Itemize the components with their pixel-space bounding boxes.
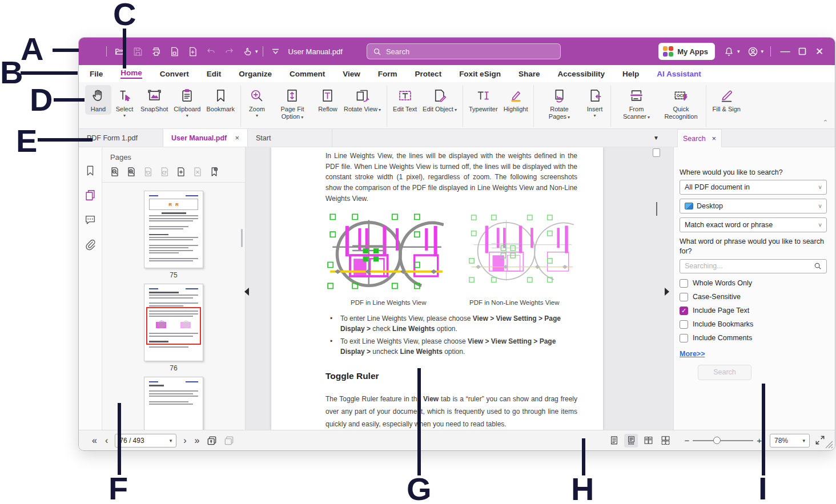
menu-foxit-esign[interactable]: Foxit eSign	[459, 70, 501, 78]
export-icon[interactable]	[167, 44, 182, 59]
maximize-button[interactable]	[794, 43, 811, 60]
window-resize-grip[interactable]	[825, 441, 833, 449]
ribbon-highlight-button[interactable]: Highlight	[501, 85, 531, 115]
ribbon-typewriter-button[interactable]: Typewriter	[466, 85, 501, 115]
collapse-left-panel-icon[interactable]	[244, 288, 249, 296]
notifications-bell-icon[interactable]	[722, 44, 737, 59]
comments-panel-icon[interactable]	[84, 213, 97, 226]
last-page-icon[interactable]: »	[195, 436, 200, 445]
ribbon-hand-button[interactable]: Hand	[85, 85, 111, 115]
ribbon-edit-object-button[interactable]: Edit Object▾	[420, 85, 460, 115]
ribbon-page-fit-option-button[interactable]: Page Fit Option▾	[270, 85, 315, 122]
prev-page-icon[interactable]: ‹	[105, 436, 108, 445]
attachments-panel-icon[interactable]	[84, 238, 97, 251]
tab-list-dropdown-icon[interactable]: ▼	[653, 135, 659, 141]
print-icon[interactable]	[148, 44, 163, 59]
close-tab-icon[interactable]: ×	[235, 134, 239, 142]
facing-view-icon[interactable]	[641, 434, 655, 447]
search-match-select[interactable]: Match exact word or phrase ˅	[680, 217, 827, 232]
facing-continuous-view-icon[interactable]	[658, 434, 672, 447]
menu-view[interactable]: View	[343, 70, 360, 78]
global-search-box[interactable]	[367, 43, 561, 59]
notifications-caret-icon[interactable]: ▾	[737, 49, 740, 54]
page-thumbnail-76[interactable]	[144, 284, 203, 361]
menu-home[interactable]: Home	[120, 68, 142, 79]
ribbon-snapshot-button[interactable]: SnapShot	[138, 85, 171, 115]
search-panel-tab[interactable]: Search ×	[677, 129, 722, 147]
close-button[interactable]: ✕	[811, 43, 828, 60]
menu-accessibility[interactable]: Accessibility	[557, 70, 605, 78]
checkbox-include-page-text[interactable]: ✓Include Page Text	[680, 307, 827, 315]
ribbon-bookmark-button[interactable]: Bookmark	[203, 85, 238, 115]
menu-help[interactable]: Help	[622, 70, 639, 78]
menu-edit[interactable]: Edit	[207, 70, 222, 78]
page-thumbnail[interactable]	[144, 377, 203, 430]
ribbon-select-button[interactable]: Select▾	[111, 85, 138, 120]
ribbon-quick-recognition-button[interactable]: OCRQuick Recognition	[658, 85, 703, 122]
menu-form[interactable]: Form	[378, 70, 397, 78]
checkbox-case-sensitive[interactable]: Case-Sensitive	[680, 293, 827, 301]
checkbox-include-bookmarks[interactable]: Include Bookmarks	[680, 320, 827, 329]
document-scrollbar-thumb[interactable]	[653, 148, 660, 157]
thumb-zoom-out-icon[interactable]	[109, 166, 120, 178]
page-options-icon[interactable]	[208, 166, 220, 178]
previous-view-icon[interactable]	[206, 435, 218, 446]
checkbox-unchecked-icon[interactable]	[680, 320, 688, 329]
checkbox-unchecked-icon[interactable]	[680, 334, 688, 342]
first-page-icon[interactable]: «	[92, 436, 97, 445]
menu-share[interactable]: Share	[519, 70, 540, 78]
thumb-zoom-in-icon[interactable]	[126, 166, 137, 178]
bookmark-panel-icon[interactable]	[84, 164, 97, 177]
menu-convert[interactable]: Convert	[160, 70, 189, 78]
my-apps-button[interactable]: My Apps	[658, 43, 715, 60]
ribbon-reflow-button[interactable]: Reflow	[315, 85, 341, 115]
menu-ai-assistant[interactable]: AI Assistant	[657, 70, 701, 78]
next-view-icon[interactable]	[223, 435, 235, 446]
create-icon[interactable]	[185, 44, 200, 59]
zoom-out-icon[interactable]: −	[681, 436, 693, 445]
more-options-link[interactable]: More>>	[680, 350, 705, 358]
ribbon-insert-button[interactable]: Insert▾	[581, 85, 608, 120]
foxit-logo-icon[interactable]	[86, 44, 101, 59]
pages-panel-scrollbar[interactable]	[241, 229, 243, 247]
search-term-input[interactable]	[685, 262, 814, 270]
touch-mode-icon[interactable]	[240, 44, 255, 59]
zoom-slider[interactable]	[693, 440, 753, 441]
document-tab-user-manual-pdf[interactable]: User Manual.pdf×	[163, 129, 248, 147]
account-avatar-icon[interactable]	[745, 44, 760, 59]
menu-file[interactable]: File	[90, 70, 103, 78]
checkbox-checked-icon[interactable]: ✓	[680, 307, 688, 315]
menu-organize[interactable]: Organize	[239, 70, 272, 78]
ribbon-fill-sign-button[interactable]: Fill & Sign	[709, 85, 743, 115]
menu-protect[interactable]: Protect	[415, 70, 442, 78]
ribbon-from-scanner-button[interactable]: From Scanner▾	[614, 85, 658, 122]
zoom-slider-thumb[interactable]	[713, 437, 721, 444]
search-location-select[interactable]: Desktop ˅	[680, 199, 827, 213]
checkbox-include-comments[interactable]: Include Comments	[680, 334, 827, 342]
next-page-icon[interactable]: ›	[183, 436, 186, 445]
single-page-view-icon[interactable]	[607, 434, 621, 447]
page-thumbnail-75[interactable]: RR	[144, 191, 203, 268]
account-caret-icon[interactable]: ▾	[761, 49, 763, 54]
minimize-button[interactable]: —	[777, 43, 794, 60]
insert-page-icon[interactable]	[175, 166, 187, 178]
search-panel-close-icon[interactable]: ×	[712, 134, 716, 143]
hide-toolbar-icon[interactable]	[268, 44, 283, 59]
expand-right-panel-icon[interactable]	[665, 288, 669, 296]
page-number-input[interactable]: 76 / 493 ▾	[115, 434, 176, 447]
ribbon-clipboard-button[interactable]: Clipboard▾	[171, 85, 203, 120]
search-submit-button[interactable]: Search	[698, 365, 751, 380]
global-search-input[interactable]	[386, 47, 554, 56]
document-tab-start[interactable]: Start	[248, 129, 332, 147]
continuous-view-icon[interactable]	[624, 434, 638, 447]
ribbon-rotate-pages-button[interactable]: Rotate Pages▾	[537, 85, 581, 122]
pdf-page[interactable]: In Line Weights View, the lines will be …	[271, 147, 603, 430]
collapse-ribbon-icon[interactable]: ⌃	[823, 119, 828, 126]
checkbox-whole-words-only[interactable]: Whole Words Only	[680, 279, 827, 288]
search-scope-select[interactable]: All PDF document in ˅	[680, 180, 827, 195]
touch-mode-caret-icon[interactable]: ▾	[255, 49, 258, 54]
ribbon-zoom-button[interactable]: Zoom▾	[244, 85, 270, 120]
ribbon-edit-text-button[interactable]: Edit Text	[390, 85, 420, 115]
zoom-percent-input[interactable]: 78% ▾	[770, 434, 810, 447]
pages-panel-icon[interactable]	[84, 189, 97, 201]
